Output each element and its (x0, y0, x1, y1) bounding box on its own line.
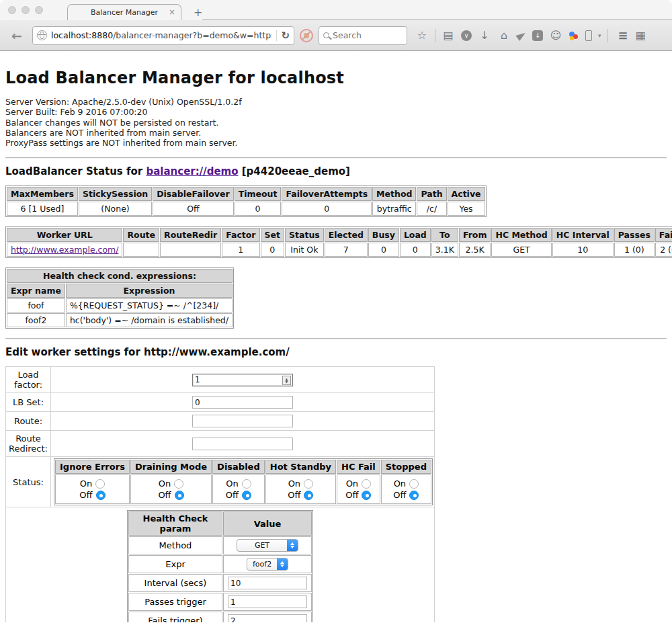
send-icon[interactable] (515, 30, 527, 40)
menu-icon[interactable]: ≡ (618, 28, 628, 42)
status-hot-standby-off-radio[interactable] (304, 491, 313, 500)
overflow-caret-icon[interactable]: ▾ (598, 32, 601, 39)
hc-expr-select[interactable]: foof2 (247, 558, 288, 571)
table-row: 6 [1 Used] (None) Off 0 0 bytraffic /c/ … (7, 202, 485, 216)
status-hc-fail-on-radio[interactable] (362, 479, 371, 489)
server-version: Server Version: Apache/2.5.0-dev (Unix) … (5, 97, 667, 107)
battery-icon[interactable] (585, 30, 592, 41)
tab-close-icon[interactable]: × (169, 7, 175, 17)
column-header: Timeout (235, 187, 282, 201)
status-draining-mode-off-radio[interactable] (175, 491, 184, 500)
status-draining-mode-on-radio[interactable] (174, 479, 183, 489)
off-label: Off (158, 490, 171, 500)
column-header: HC Method (491, 228, 551, 242)
emoji-icon[interactable]: ☺ (549, 30, 562, 41)
status-ignore-errors-on-radio[interactable] (95, 479, 105, 489)
url-bar[interactable]: localhost:8880/balancer-manager?b=demo&w… (32, 26, 294, 45)
grid-extension-icon[interactable]: ▦ (636, 29, 646, 42)
search-icon (323, 32, 329, 38)
hc-interval-input[interactable] (228, 577, 307, 589)
hc-fails-row: Fails trigger) (128, 612, 312, 622)
status-hot-standby-on-radio[interactable] (304, 479, 313, 489)
edit-worker-heading: Edit worker settings for http://www.exam… (5, 346, 667, 358)
status-table: Ignore Errors Draining Mode Disabled Hot… (54, 458, 433, 505)
hc-interval-row: Interval (secs) (128, 574, 312, 592)
route-redirect-label: Route Redirect: (6, 431, 51, 457)
status-ignore-errors-cell: On Off (55, 474, 130, 504)
on-label: On (394, 479, 406, 489)
extension-square-icon[interactable]: ↓ (532, 30, 543, 41)
pocket-icon[interactable]: ∨ (461, 30, 472, 41)
column-header: Status (285, 228, 324, 242)
home-icon[interactable]: ⌂ (497, 30, 511, 41)
window-controls[interactable] (8, 6, 43, 14)
browser-window: Balancer Manager × + ← localhost:8880/ba… (0, 0, 672, 623)
cell-from: 2.5K (459, 243, 491, 257)
globe-icon (37, 30, 47, 40)
status-hc-fail-off-radio[interactable] (362, 491, 371, 500)
expr-table: Health check cond. expressions: Expr nam… (5, 267, 234, 329)
status-draining-mode-cell: On Off (130, 474, 212, 504)
column-header: Method (372, 187, 416, 201)
hc-passes-label: Passes trigger (128, 593, 222, 611)
reading-list-icon[interactable]: ▤ (442, 30, 455, 41)
column-header: DisableFailover (153, 187, 233, 201)
edit-worker-form: Load factor: ▲▼ LB Set: Route: Route Red… (5, 366, 435, 622)
cell-method: bytraffic (372, 202, 416, 216)
cell-hc-interval: 10 (552, 243, 614, 257)
reload-icon[interactable]: ↻ (281, 30, 290, 42)
hc-passes-row: Passes trigger (128, 593, 312, 611)
status-disabled-off-radio[interactable] (242, 491, 251, 500)
column-header: Ignore Errors (55, 460, 130, 474)
content-blocker-icon[interactable] (300, 29, 313, 42)
column-header: Factor (222, 228, 259, 242)
number-spinner-icon[interactable]: ▲▼ (282, 376, 291, 385)
load-factor-input[interactable] (192, 374, 293, 386)
column-header: Path (417, 187, 446, 201)
hc-method-select[interactable]: GET (237, 539, 298, 552)
new-tab-button[interactable]: + (194, 4, 202, 20)
minimize-window-icon[interactable] (22, 6, 30, 14)
column-header: Hot Standby (265, 460, 336, 474)
status-hot-standby-cell: On Off (265, 474, 336, 504)
tab-balancer-manager[interactable]: Balancer Manager × (67, 4, 181, 20)
on-label: On (80, 479, 92, 489)
hc-fails-input[interactable] (228, 614, 307, 622)
search-field[interactable] (319, 26, 407, 45)
balancer-demo-link[interactable]: balancer://demo (146, 165, 238, 177)
route-label: Route: (6, 412, 51, 431)
off-label: Off (226, 490, 239, 500)
cell-busy: 0 (368, 243, 399, 257)
status-stopped-off-radio[interactable] (409, 491, 419, 500)
hc-passes-input[interactable] (228, 595, 307, 608)
cell-fails: 2 (0) (655, 243, 672, 257)
balancer-status-table: MaxMembers StickySession DisableFailover… (5, 185, 487, 217)
on-label: On (346, 479, 358, 489)
form-row-route-redirect: Route Redirect: (6, 431, 435, 457)
lb-set-input[interactable] (192, 396, 293, 409)
url-text[interactable]: localhost:8880/balancer-manager?b=demo&w… (51, 30, 272, 40)
status-stopped-on-radio[interactable] (409, 479, 419, 489)
route-input[interactable] (192, 415, 293, 427)
expr-table-title: Health check cond. expressions: (7, 269, 233, 283)
on-label: On (288, 479, 300, 489)
column-header: Worker URL (7, 228, 122, 242)
bookmark-star-icon[interactable]: ☆ (415, 30, 429, 41)
status-hc-fail-cell: On Off (337, 474, 380, 504)
status-ignore-errors-off-radio[interactable] (96, 491, 106, 500)
zoom-window-icon[interactable] (35, 6, 43, 14)
back-button[interactable]: ← (7, 27, 27, 44)
cell-route (123, 243, 159, 257)
tab-strip-empty (202, 4, 672, 20)
select-stepper-icon (277, 558, 288, 571)
search-input[interactable] (333, 30, 393, 40)
colored-dots-extension-icon[interactable] (569, 30, 579, 41)
form-row-status: Status: Ignore Errors Draining Mode Disa… (6, 457, 435, 507)
status-disabled-on-radio[interactable] (242, 479, 251, 489)
downloads-icon[interactable]: ↓ (478, 30, 491, 41)
close-window-icon[interactable] (8, 6, 16, 14)
route-redirect-input[interactable] (192, 438, 293, 450)
worker-url-link[interactable]: http://www.example.com/ (11, 245, 118, 255)
column-header: MaxMembers (7, 187, 78, 201)
cell-expr-name: foof2 (7, 313, 65, 327)
